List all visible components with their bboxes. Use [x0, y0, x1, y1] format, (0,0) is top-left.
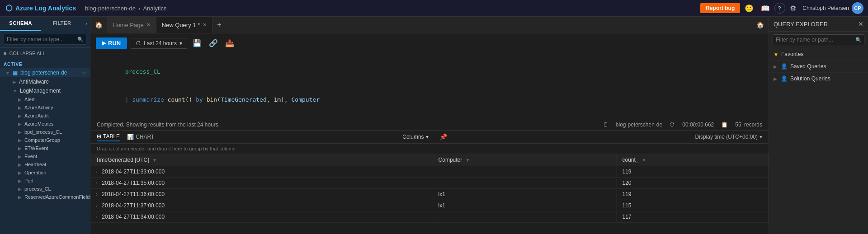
tab-newquery1-close[interactable]: ✕	[203, 22, 207, 28]
table-row: › 2018-04-27T11:36:00.000 lx1 119	[90, 188, 769, 200]
row-expand-button[interactable]: ›	[96, 180, 98, 186]
solution-queries-section[interactable]: ▶ 👤 Solution Queries	[769, 73, 868, 84]
sidebar-item-bpd-process-cl[interactable]: ▶ bpd_process_CL	[0, 128, 90, 136]
col-header-time[interactable]: TimeGenerated [UTC] ▼	[90, 154, 433, 166]
tab-right-icons: 🏠	[756, 21, 769, 28]
query-explorer-search-input[interactable]	[773, 34, 864, 45]
row-expand-button[interactable]: ›	[96, 168, 98, 175]
time-range-button[interactable]: ⏱ Last 24 hours ▾	[131, 38, 187, 49]
help-icon[interactable]: ?	[774, 3, 785, 14]
results-workspace-label: blog-peterschen-de	[616, 122, 662, 128]
sidebar-item-reserved[interactable]: ▶ ReservedAzureCommonFields	[0, 193, 90, 201]
editor-line-1: process_CL	[97, 58, 762, 86]
saved-queries-section[interactable]: ▶ 👤 Saved Queries	[769, 61, 868, 72]
share-button[interactable]: 🔗	[207, 37, 220, 49]
query-explorer-close-button[interactable]: ✕	[858, 20, 863, 28]
azure-icon: ⬡	[5, 3, 13, 13]
expand-arrow-icon: ▶	[18, 178, 22, 183]
cell-count: 119	[617, 166, 769, 177]
home-tab-icon[interactable]: 🏠	[90, 21, 107, 28]
filter-icon-count[interactable]: ▼	[642, 158, 646, 163]
results-tab-chart[interactable]: 📊 CHART	[127, 133, 154, 141]
run-button[interactable]: ▶ RUN	[96, 37, 127, 49]
col-header-computer[interactable]: Computer ▼	[433, 154, 617, 166]
report-bug-button[interactable]: Report bug	[700, 3, 740, 13]
tab-homepage-close[interactable]: ✕	[146, 22, 151, 28]
records-count: 55 records	[735, 122, 762, 128]
expand-arrow-icon: ▶	[18, 154, 22, 159]
results-tabs: ⊞ TABLE 📊 CHART Columns ▾ 📌 Display time…	[90, 131, 769, 144]
tab-filter[interactable]: FILTER	[41, 17, 82, 31]
tab-schema[interactable]: SCHEMA	[0, 17, 41, 31]
row-expand-button[interactable]: ›	[96, 202, 98, 209]
tab-bar: 🏠 Home Page ✕ New Query 1 * ✕ + 🏠	[90, 17, 769, 33]
filter-icon-computer[interactable]: ▼	[466, 158, 470, 163]
sidebar-item-azureactivity[interactable]: ▶ AzureActivity	[0, 103, 90, 112]
sidebar-item-operation[interactable]: ▶ Operation	[0, 168, 90, 177]
display-time-label: Display time (UTC+00:00)	[695, 134, 758, 140]
table-row: › 2018-04-27T11:34:00.000 117	[90, 211, 769, 222]
new-tab-button[interactable]: +	[212, 21, 226, 29]
favorites-section[interactable]: ★ Favorites	[769, 48, 868, 60]
col-header-count[interactable]: count_ ▼	[617, 154, 769, 166]
collapse-all-button[interactable]: ≡ COLLAPSE ALL	[0, 48, 90, 59]
settings-icon[interactable]: ⚙	[787, 2, 799, 14]
breadcrumb-sep: ›	[138, 5, 140, 12]
expand-arrow-icon: ▶	[18, 162, 22, 167]
tab-homepage[interactable]: Home Page ✕	[107, 17, 156, 33]
tab-home-right-icon[interactable]: 🏠	[756, 21, 764, 28]
sidebar-item-logmanagement[interactable]: ▼ LogManagement	[0, 86, 90, 95]
data-table: TimeGenerated [UTC] ▼ Computer ▼ count_ …	[90, 154, 769, 223]
row-expand-button[interactable]: ›	[96, 214, 98, 220]
sidebar-item-alert[interactable]: ▶ Alert	[0, 95, 90, 103]
book-icon[interactable]: 📖	[758, 2, 773, 14]
columns-btn-label: Columns	[402, 134, 424, 140]
records-label: records	[744, 122, 762, 128]
row-expand-button[interactable]: ›	[96, 191, 98, 197]
columns-button[interactable]: Columns ▾	[402, 134, 428, 140]
results-area: Completed. Showing results from the last…	[90, 119, 769, 234]
export-button[interactable]: 📤	[223, 37, 236, 49]
records-count-value: 55	[735, 122, 741, 128]
time-range-chevron-icon: ▾	[179, 40, 182, 47]
sidebar-item-workspace[interactable]: ▼ ▦ blog-peterschen-de ☆	[0, 68, 90, 77]
expand-arrow-icon: ▶	[18, 105, 22, 110]
solution-queries-label: Solution Queries	[790, 75, 830, 82]
expand-arrow-solution: ▶	[774, 76, 777, 81]
sidebar-item-azureaudit[interactable]: ▶ AzureAudit	[0, 112, 90, 120]
columns-chevron-icon: ▾	[426, 134, 429, 140]
sidebar-collapse-arrow[interactable]: ‹	[83, 17, 90, 31]
save-button[interactable]: 💾	[191, 37, 203, 49]
table-row: › 2018-04-27T11:33:00.000 119	[90, 166, 769, 177]
sidebar-item-perf[interactable]: ▶ Perf	[0, 177, 90, 185]
breadcrumb: blog-peterschen-de › Analytics	[81, 5, 700, 12]
editor-area[interactable]: process_CL | summarize count() by bin(Ti…	[90, 53, 769, 119]
breadcrumb-workspace[interactable]: blog-peterschen-de	[85, 5, 136, 12]
sidebar-item-heartbeat[interactable]: ▶ Heartbeat	[0, 160, 90, 168]
time-range-label: Last 24 hours	[144, 40, 177, 47]
filter-icon-time[interactable]: ▼	[152, 158, 157, 163]
results-status-text: Completed. Showing results from the last…	[97, 122, 220, 128]
sidebar-item-computergroup[interactable]: ▶ ComputerGroup	[0, 136, 90, 144]
sidebar-section-active: ACTIVE	[0, 59, 90, 68]
tab-newquery1[interactable]: New Query 1 * ✕	[156, 17, 213, 33]
display-time[interactable]: Display time (UTC+00:00) ▾	[695, 134, 762, 140]
sidebar-search-wrap: 🔍	[4, 34, 86, 45]
records-icon: 📋	[721, 122, 728, 128]
sidebar-item-event[interactable]: ▶ Event	[0, 152, 90, 160]
emoji-icon[interactable]: 🙂	[742, 2, 756, 14]
sidebar-tabs: SCHEMA FILTER ‹	[0, 17, 90, 31]
user-menu[interactable]: Christoph Petersen CP	[801, 2, 863, 14]
sidebar-item-antimalware[interactable]: ▶ AntiMalware	[0, 77, 90, 86]
sidebar-item-azuremetrics[interactable]: ▶ AzureMetrics	[0, 120, 90, 128]
sidebar-search-input[interactable]	[4, 34, 86, 45]
results-status-right: 🗒 blog-peterschen-de ⏱ 00:00:00.662 📋 55…	[603, 122, 762, 128]
right-panel: QUERY EXPLORER ✕ 🔍 ★ Favorites ▶ 👤 Saved…	[769, 17, 868, 234]
sidebar-item-process-cl[interactable]: ▶ process_CL	[0, 185, 90, 193]
sidebar-search-icon: 🔍	[77, 37, 84, 42]
sidebar-item-etwevent[interactable]: ▶ ETWEvent	[0, 144, 90, 152]
pin-icon[interactable]: 📌	[439, 133, 447, 140]
results-tab-table[interactable]: ⊞ TABLE	[97, 132, 120, 141]
star-icon[interactable]: ☆	[82, 70, 86, 76]
expand-arrow-icon: ▶	[18, 146, 22, 151]
